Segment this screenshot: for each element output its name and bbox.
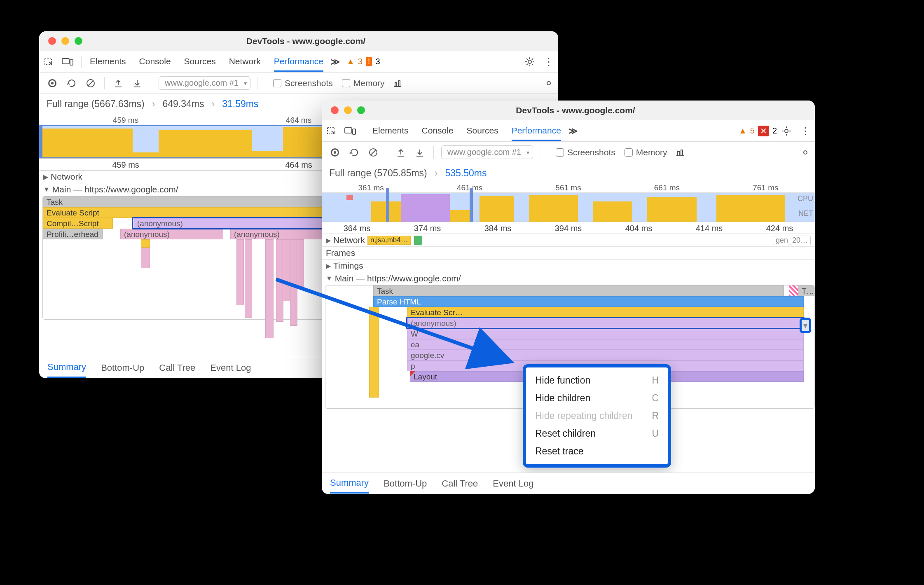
tab-performance[interactable]: Performance — [512, 121, 561, 141]
tab-summary[interactable]: Summary — [330, 477, 369, 494]
flame-ea[interactable]: ea — [407, 339, 804, 350]
svg-line-10 — [532, 58, 533, 60]
close-icon[interactable] — [331, 106, 339, 114]
garbage-collect-icon[interactable] — [391, 76, 405, 90]
gear-icon[interactable] — [798, 145, 812, 159]
garbage-collect-icon[interactable] — [673, 145, 687, 159]
flame-parse[interactable]: Parse HTML — [373, 296, 804, 307]
track-label: Main — https://www.google.com/ — [335, 274, 461, 283]
menu-reset-trace[interactable]: Reset trace — [526, 442, 668, 460]
record-button[interactable] — [331, 148, 339, 157]
tab-console[interactable]: Console — [139, 51, 171, 72]
memory-label: Memory — [636, 147, 667, 157]
info-icon: ! — [366, 57, 372, 66]
range-handle-left[interactable] — [386, 188, 389, 222]
tab-performance[interactable]: Performance — [274, 51, 323, 72]
separator — [257, 77, 257, 89]
clear-icon[interactable] — [366, 145, 380, 159]
tab-elements[interactable]: Elements — [372, 121, 409, 141]
breadcrumb-leaf[interactable]: 535.50ms — [445, 168, 487, 179]
tab-bottom-up[interactable]: Bottom-Up — [384, 478, 427, 489]
tab-sources[interactable]: Sources — [467, 121, 498, 141]
network-chip-2[interactable]: gen_20… — [773, 236, 811, 245]
upload-icon[interactable] — [111, 76, 125, 90]
flame-gcv[interactable]: google.cv — [407, 350, 804, 360]
device-toolbar-icon[interactable] — [343, 124, 357, 138]
tab-network[interactable]: Network — [229, 51, 261, 72]
gear-icon[interactable] — [523, 55, 537, 69]
flame-eval[interactable]: Evaluate Scr… — [407, 307, 804, 318]
flame-w[interactable]: W — [407, 328, 804, 339]
screenshots-checkbox[interactable] — [556, 148, 564, 157]
flame-profile[interactable]: Profili…erhead — [43, 229, 103, 239]
tabs-overflow-icon[interactable]: ≫ — [568, 126, 578, 136]
network-chip-green[interactable] — [414, 236, 422, 245]
track-main[interactable]: ▼Main — https://www.google.com/ — [322, 272, 815, 285]
track-frames[interactable]: Frames — [322, 247, 815, 260]
inspect-icon[interactable] — [42, 55, 56, 69]
cpu-overview[interactable]: CPU NET — [322, 193, 815, 222]
gear-icon[interactable] — [542, 76, 556, 90]
minimize-icon[interactable] — [61, 37, 69, 45]
track-label: Frames — [326, 248, 355, 258]
flame-task[interactable]: Task — [373, 285, 784, 296]
track-label: Main — https://www.google.com/ — [52, 185, 178, 194]
clear-icon[interactable] — [84, 76, 98, 90]
download-icon[interactable] — [130, 76, 144, 90]
memory-checkbox[interactable] — [342, 79, 350, 87]
track-timings[interactable]: ▶Timings — [322, 260, 815, 272]
flame-anon2[interactable]: (anonymous) — [120, 229, 223, 239]
breadcrumb-full[interactable]: Full range (5667.63ms) — [47, 98, 145, 110]
menu-hide-function[interactable]: Hide functionH — [526, 372, 668, 389]
network-chip[interactable]: n,jsa,mb4… — [367, 236, 411, 245]
flame-compile[interactable]: Compil…Script — [43, 218, 113, 229]
close-icon[interactable] — [48, 37, 56, 45]
zoom-icon[interactable] — [75, 37, 82, 45]
memory-label: Memory — [353, 78, 385, 88]
flame-task-2[interactable]: T… — [798, 285, 814, 296]
device-toolbar-icon[interactable] — [61, 55, 75, 69]
record-button[interactable] — [48, 79, 56, 87]
breadcrumb-leaf[interactable]: 31.59ms — [222, 98, 258, 110]
tab-call-tree[interactable]: Call Tree — [159, 363, 195, 373]
tab-event-log[interactable]: Event Log — [210, 363, 251, 373]
minimize-icon[interactable] — [344, 106, 352, 114]
reload-record-icon[interactable] — [347, 145, 361, 159]
tick: 414 ms — [674, 222, 744, 234]
memory-checkbox[interactable] — [625, 148, 633, 157]
window-title: DevTools - www.google.com/ — [82, 36, 558, 46]
menu-hide-children[interactable]: Hide childrenC — [526, 389, 668, 407]
tab-console[interactable]: Console — [422, 121, 454, 141]
issue-badges[interactable]: ▲5 ✕2 — [739, 126, 777, 136]
more-icon[interactable]: ⋮ — [542, 55, 556, 69]
recording-select[interactable]: www.google.com #1▾ — [159, 76, 250, 90]
gear-icon[interactable] — [779, 124, 793, 138]
tabs-overflow-icon[interactable]: ≫ — [331, 57, 340, 67]
tab-bottom-up[interactable]: Bottom-Up — [101, 363, 144, 373]
zoom-icon[interactable] — [357, 106, 365, 114]
range-handle-right[interactable] — [470, 188, 473, 222]
inspect-icon[interactable] — [324, 124, 338, 138]
more-icon[interactable]: ⋮ — [798, 124, 812, 138]
tab-call-tree[interactable]: Call Tree — [442, 478, 478, 489]
upload-icon[interactable] — [394, 145, 408, 159]
tab-sources[interactable]: Sources — [184, 51, 216, 72]
chevron-right-icon: ▶ — [43, 173, 48, 181]
breadcrumb-mid[interactable]: 649.34ms — [162, 98, 204, 110]
tab-event-log[interactable]: Event Log — [493, 478, 533, 489]
recording-select[interactable]: www.google.com #1▾ — [441, 145, 533, 159]
menu-reset-children[interactable]: Reset childrenU — [526, 425, 668, 442]
download-icon[interactable] — [413, 145, 427, 159]
tick: 384 ms — [463, 222, 533, 234]
tab-summary[interactable]: Summary — [47, 362, 86, 378]
menu-label: Hide function — [535, 375, 590, 386]
tick: 459 ms — [39, 116, 212, 125]
screenshots-checkbox[interactable] — [273, 79, 281, 87]
breadcrumb-full[interactable]: Full range (5705.85ms) — [329, 168, 427, 179]
tab-elements[interactable]: Elements — [90, 51, 126, 72]
track-label: Network — [51, 172, 82, 182]
issue-badges[interactable]: ▲3 !3 — [346, 57, 380, 66]
track-network[interactable]: ▶ Network n,jsa,mb4… gen_20… — [322, 234, 815, 247]
entry-dropdown-button[interactable]: ▾ — [800, 318, 811, 333]
reload-record-icon[interactable] — [65, 76, 79, 90]
